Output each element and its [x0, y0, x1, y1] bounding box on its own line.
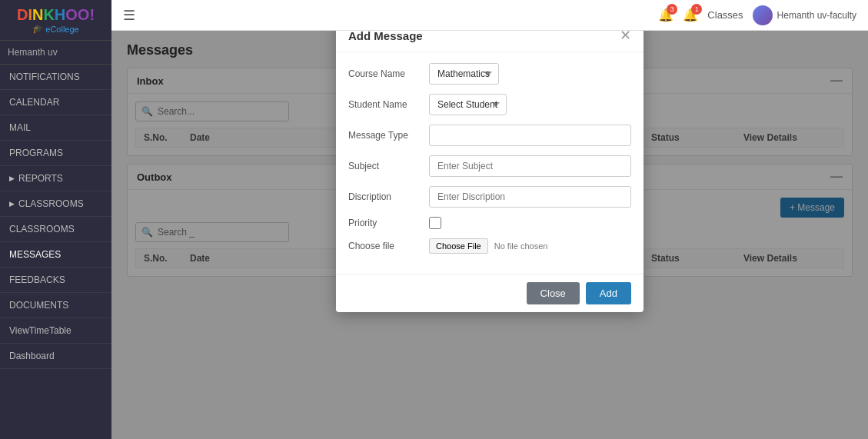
alert-badge: 1 [691, 4, 702, 15]
modal-header: Add Message ✕ [336, 31, 644, 52]
sidebar-item-label: ViewTimeTable [9, 325, 72, 336]
sidebar-item-label: CALENDAR [9, 97, 59, 108]
file-row: Choose File No file chosen [429, 238, 547, 254]
modal-add-btn[interactable]: Add [586, 282, 631, 304]
priority-label: Priority [348, 218, 429, 228]
sidebar-item-label: FEEDBACKS [9, 274, 65, 285]
description-input[interactable] [429, 186, 631, 208]
user-name: Hemanth uv-faculty [777, 10, 856, 21]
sidebar-item-classrooms[interactable]: CLASSROOMS [0, 217, 111, 242]
description-row: Discription [348, 186, 631, 208]
sidebar-item-documents[interactable]: DOCUMENTS [0, 293, 111, 318]
topbar-right: 🔔 3 🔔 1 Classes Hemanth uv-faculty [658, 5, 856, 25]
sidebar-item-label: REPORTS [18, 173, 63, 184]
subject-input[interactable] [429, 155, 631, 177]
sidebar-item-label: NOTIFICATIONS [9, 72, 80, 82]
sidebar-item-notifications[interactable]: NOTIFICATIONS [0, 65, 111, 90]
student-name-select[interactable]: Select Student [429, 94, 507, 115]
subject-row: Subject [348, 155, 631, 177]
topbar: ☰ 🔔 3 🔔 1 Classes Hemanth uv-faculty [111, 0, 868, 31]
course-name-label: Course Name [348, 68, 429, 79]
user-info[interactable]: Hemanth uv-faculty [753, 5, 856, 25]
sidebar-item-viewtimetable[interactable]: ViewTimeTable [0, 318, 111, 344]
sidebar-item-programs[interactable]: PROGRAMS [0, 141, 111, 166]
sidebar-item-label: Dashboard [9, 351, 55, 361]
sidebar-item-mail[interactable]: MAIL [0, 115, 111, 141]
student-name-select-wrap: Select Student [429, 94, 631, 115]
course-name-select[interactable]: Mathematics Science English [429, 63, 499, 85]
sidebar-user: Hemanth uv [0, 41, 111, 65]
logo-ecollege: 🎓eCollege [32, 24, 78, 34]
modal-overlay: Add Message ✕ Course Name Mathematics Sc… [111, 31, 868, 439]
sidebar-item-label: DOCUMENTS [9, 300, 68, 311]
sidebar-item-label: MAIL [9, 122, 31, 133]
notification-icon-wrap[interactable]: 🔔 3 [658, 8, 673, 22]
choose-file-row: Choose file Choose File No file chosen [348, 238, 631, 254]
sidebar-logo: DINKHOO! 🎓eCollege [0, 0, 111, 41]
sidebar-item-label: CLASSROOMS [9, 224, 75, 234]
sidebar-item-label: PROGRAMS [9, 148, 63, 158]
choose-file-button[interactable]: Choose File [429, 238, 488, 254]
course-name-row: Course Name Mathematics Science English [348, 63, 631, 85]
subject-label: Subject [348, 161, 429, 171]
student-name-row: Student Name Select Student [348, 94, 631, 115]
hamburger-icon[interactable]: ☰ [123, 7, 135, 24]
modal-body: Course Name Mathematics Science English … [336, 52, 644, 274]
modal-title: Add Message [348, 31, 423, 42]
sidebar-item-messages[interactable]: MESSAGES [0, 242, 111, 268]
choose-file-label: Choose file [348, 241, 429, 251]
modal-close-btn[interactable]: Close [527, 282, 580, 304]
alert-icon-wrap[interactable]: 🔔 1 [683, 8, 698, 22]
page-content: Messages Inbox — 🔍 S.No. Date Status Vie… [111, 31, 868, 439]
logo-text: DINKHOO! [17, 6, 95, 24]
priority-checkbox[interactable] [429, 217, 441, 229]
sidebar-item-classrooms-parent[interactable]: ▶ CLASSROOMS [0, 191, 111, 217]
student-name-label: Student Name [348, 99, 429, 110]
sidebar-item-label: MESSAGES [9, 249, 61, 260]
sidebar-item-dashboard[interactable]: Dashboard [0, 344, 111, 369]
sidebar: DINKHOO! 🎓eCollege Hemanth uv NOTIFICATI… [0, 0, 111, 439]
sidebar-item-label: CLASSROOMS [18, 198, 84, 209]
notification-badge: 3 [667, 4, 677, 15]
message-type-label: Message Type [348, 130, 429, 141]
no-file-text: No file chosen [494, 241, 548, 251]
topbar-left: ☰ [123, 7, 135, 24]
message-type-input[interactable] [429, 125, 631, 146]
modal-close-button[interactable]: ✕ [620, 31, 631, 42]
course-name-select-wrap: Mathematics Science English [429, 63, 631, 85]
classes-button[interactable]: Classes [707, 9, 743, 21]
sidebar-item-feedbacks[interactable]: FEEDBACKS [0, 268, 111, 293]
priority-row: Priority [348, 217, 631, 229]
sidebar-item-reports[interactable]: ▶ REPORTS [0, 166, 111, 191]
modal-footer: Close Add [336, 274, 644, 312]
avatar [753, 5, 773, 25]
add-message-modal: Add Message ✕ Course Name Mathematics Sc… [336, 31, 644, 312]
message-type-row: Message Type [348, 125, 631, 146]
description-label: Discription [348, 191, 429, 202]
sidebar-item-calendar[interactable]: CALENDAR [0, 90, 111, 115]
main-content: ☰ 🔔 3 🔔 1 Classes Hemanth uv-faculty Mes… [111, 0, 868, 439]
